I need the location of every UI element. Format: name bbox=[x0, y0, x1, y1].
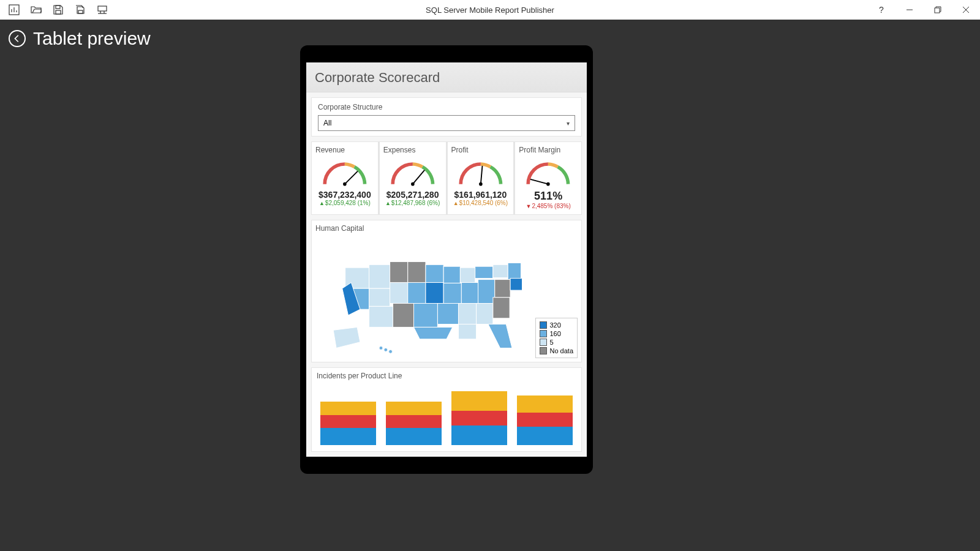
incidents-label: Incidents per Product Line bbox=[317, 372, 576, 380]
svg-rect-12 bbox=[935, 8, 940, 13]
bar-line-b bbox=[386, 402, 442, 445]
bar-line-d bbox=[517, 395, 573, 445]
map-panel[interactable]: Human Capital bbox=[311, 220, 582, 362]
map-label: Human Capital bbox=[315, 224, 578, 233]
bar-line-c bbox=[451, 391, 507, 445]
svg-rect-26 bbox=[408, 261, 426, 282]
svg-rect-38 bbox=[443, 283, 461, 303]
svg-line-15 bbox=[345, 171, 358, 184]
svg-rect-29 bbox=[460, 268, 475, 282]
gauge-icon bbox=[314, 156, 375, 190]
svg-rect-24 bbox=[369, 264, 390, 288]
svg-rect-27 bbox=[426, 264, 443, 282]
save-all-icon[interactable] bbox=[75, 4, 86, 15]
preview-title: Tablet preview bbox=[33, 28, 151, 49]
svg-rect-7 bbox=[98, 6, 107, 11]
svg-rect-6 bbox=[78, 10, 83, 13]
svg-rect-28 bbox=[443, 266, 460, 283]
filter-panel: Corporate Structure All ▾ bbox=[311, 97, 582, 137]
incidents-chart bbox=[317, 384, 576, 445]
chart-icon[interactable] bbox=[9, 4, 20, 15]
report-title: Corporate Scorecard bbox=[306, 62, 587, 92]
server-icon[interactable] bbox=[97, 4, 108, 15]
svg-rect-36 bbox=[408, 282, 426, 303]
svg-rect-40 bbox=[478, 280, 495, 304]
title-bar: SQL Server Mobile Report Publisher ? bbox=[0, 0, 980, 20]
svg-marker-51 bbox=[414, 327, 453, 339]
minimize-button[interactable] bbox=[895, 0, 924, 20]
svg-rect-47 bbox=[437, 304, 458, 324]
gauge-icon bbox=[450, 156, 511, 190]
chevron-down-icon: ▾ bbox=[567, 120, 570, 127]
filter-label: Corporate Structure bbox=[318, 103, 575, 111]
svg-point-18 bbox=[411, 182, 415, 186]
svg-rect-35 bbox=[390, 282, 408, 303]
svg-rect-39 bbox=[461, 282, 478, 303]
gauge-revenue[interactable]: Revenue $367,232,400 ▲$2,059,428 (1%) bbox=[311, 141, 379, 215]
svg-point-20 bbox=[479, 182, 483, 186]
tablet-frame: Corporate Scorecard Corporate Structure … bbox=[300, 45, 593, 474]
dropdown-value: All bbox=[323, 119, 331, 127]
gauge-icon bbox=[382, 156, 443, 190]
svg-rect-48 bbox=[458, 304, 476, 324]
svg-rect-34 bbox=[369, 288, 390, 306]
svg-rect-50 bbox=[493, 298, 510, 318]
svg-marker-54 bbox=[333, 327, 360, 348]
close-button[interactable] bbox=[952, 0, 980, 20]
svg-point-56 bbox=[384, 348, 388, 351]
back-button[interactable] bbox=[9, 30, 26, 47]
svg-point-22 bbox=[546, 182, 550, 186]
svg-point-57 bbox=[389, 350, 393, 353]
gauge-icon bbox=[518, 156, 579, 190]
svg-rect-31 bbox=[493, 264, 508, 277]
svg-line-17 bbox=[413, 170, 424, 184]
svg-rect-52 bbox=[458, 324, 476, 339]
svg-rect-4 bbox=[56, 6, 60, 9]
svg-rect-49 bbox=[477, 304, 493, 324]
corporate-structure-dropdown[interactable]: All ▾ bbox=[318, 115, 575, 131]
gauge-expenses[interactable]: Expenses $205,271,280 ▲$12,487,968 (6%) bbox=[379, 141, 447, 215]
map-legend: 320 160 5 No data bbox=[535, 318, 578, 358]
tablet-screen: Corporate Scorecard Corporate Structure … bbox=[306, 62, 587, 457]
svg-marker-53 bbox=[488, 324, 512, 348]
svg-rect-42 bbox=[510, 279, 522, 290]
svg-rect-46 bbox=[414, 304, 438, 328]
gauge-profit[interactable]: Profit $161,961,120 ▲$10,428,540 (6%) bbox=[447, 141, 514, 215]
svg-rect-41 bbox=[495, 280, 510, 298]
save-icon[interactable] bbox=[53, 4, 64, 15]
svg-line-19 bbox=[480, 166, 482, 184]
svg-rect-37 bbox=[426, 282, 443, 303]
svg-point-55 bbox=[379, 347, 383, 350]
gauge-row: Revenue $367,232,400 ▲$2,059,428 (1%) Ex bbox=[311, 141, 582, 215]
app-title: SQL Server Mobile Report Publisher bbox=[0, 6, 980, 15]
svg-rect-25 bbox=[390, 261, 408, 282]
gauge-profit-margin[interactable]: Profit Margin 511% ▼2,485% (83%) bbox=[514, 141, 582, 215]
svg-rect-5 bbox=[56, 10, 61, 14]
svg-point-16 bbox=[343, 182, 347, 186]
incidents-panel[interactable]: Incidents per Product Line bbox=[311, 367, 582, 452]
open-icon[interactable] bbox=[31, 4, 42, 15]
help-button[interactable]: ? bbox=[867, 0, 895, 20]
svg-rect-32 bbox=[508, 263, 521, 279]
svg-rect-30 bbox=[475, 266, 493, 278]
bar-line-a bbox=[320, 402, 376, 445]
maximize-button[interactable] bbox=[924, 0, 952, 20]
svg-line-21 bbox=[530, 179, 548, 184]
svg-rect-45 bbox=[393, 304, 413, 328]
svg-rect-44 bbox=[369, 306, 393, 327]
